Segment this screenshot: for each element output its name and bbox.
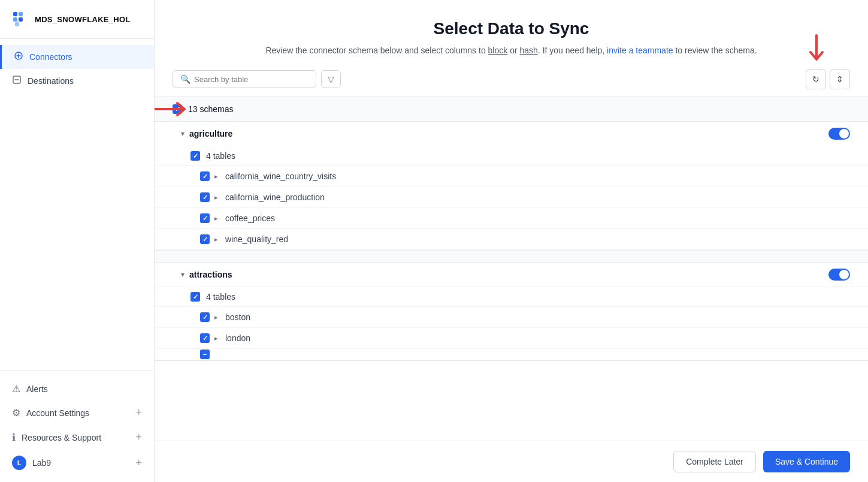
connectors-icon xyxy=(14,51,23,63)
london-chevron[interactable]: ▸ xyxy=(214,335,218,342)
wine-quality-red-chevron[interactable]: ▸ xyxy=(214,236,218,243)
table-row: ▸ wine_quality_red xyxy=(155,229,868,250)
coffee-prices-chevron[interactable]: ▸ xyxy=(214,215,218,222)
table-row: ▸ california_wine_production xyxy=(155,187,868,208)
sidebar-item-lab9-label: Lab9 xyxy=(32,458,51,468)
boston-checkbox[interactable] xyxy=(200,312,210,322)
california-wine-production-checkbox[interactable] xyxy=(200,192,210,202)
refresh-icon: ↻ xyxy=(812,74,819,84)
svg-rect-1 xyxy=(19,12,23,16)
sidebar-item-lab9[interactable]: L Lab9 + xyxy=(0,450,154,476)
schema-section-attractions: ▾ attractions 4 tables ▸ boston ▸ london xyxy=(155,263,868,361)
sidebar-item-destinations-label: Destinations xyxy=(28,76,74,86)
agriculture-tables-count: 4 tables xyxy=(206,151,235,161)
page-title: Select Data to Sync xyxy=(179,19,844,38)
attractions-schema-name: attractions xyxy=(189,270,828,279)
sidebar-item-alerts-label: Alerts xyxy=(26,384,48,394)
columns-icon: ⇕ xyxy=(836,74,843,84)
subtitle-prefix: Review the connector schema below and se… xyxy=(265,46,488,55)
agriculture-toggle[interactable] xyxy=(828,128,850,140)
agriculture-chevron[interactable]: ▾ xyxy=(181,129,185,138)
table-row: ▸ boston xyxy=(155,307,868,328)
sidebar-item-alerts[interactable]: ⚠ Alerts xyxy=(0,377,154,400)
svg-rect-0 xyxy=(13,12,17,16)
agriculture-tables-checkbox[interactable] xyxy=(190,151,200,161)
california-wine-production-name: california_wine_production xyxy=(225,192,325,202)
agriculture-tables-row: 4 tables xyxy=(155,146,868,166)
attractions-chevron[interactable]: ▾ xyxy=(181,270,185,279)
subtitle-or: or xyxy=(507,46,519,55)
lab9-plus-icon: + xyxy=(135,457,142,469)
wine-quality-red-name: wine_quality_red xyxy=(225,234,288,244)
complete-later-button[interactable]: Complete Later xyxy=(673,451,756,472)
main-content: Select Data to Sync Review the connector… xyxy=(155,0,868,482)
california-wine-production-chevron[interactable]: ▸ xyxy=(214,194,218,201)
agriculture-schema-name: agriculture xyxy=(189,129,828,138)
partial-checkbox[interactable] xyxy=(200,350,210,359)
workspace-name: MDS_SNOWFLAKE_HOL xyxy=(35,15,131,24)
schemas-header: 13 schemas xyxy=(155,97,868,122)
table-row: ▸ california_wine_country_visits xyxy=(155,166,868,187)
sidebar-item-account-settings[interactable]: ⚙ Account Settings + xyxy=(0,400,154,425)
california-wine-country-checkbox[interactable] xyxy=(200,171,210,181)
attractions-tables-count: 4 tables xyxy=(206,292,235,302)
subtitle-mid: . If you need help, xyxy=(538,46,607,55)
columns-toggle-button[interactable]: ⇕ xyxy=(830,69,850,89)
table-row xyxy=(155,349,868,360)
schema-header-agriculture: ▾ agriculture xyxy=(155,122,868,146)
sidebar-item-destinations[interactable]: Destinations xyxy=(0,69,154,93)
sidebar-item-connectors-label: Connectors xyxy=(29,52,72,62)
schema-section-agriculture: ▾ agriculture 4 tables ▸ california_wine… xyxy=(155,122,868,251)
sidebar-item-account-settings-label: Account Settings xyxy=(26,408,89,418)
filter-button[interactable]: ▽ xyxy=(321,70,341,88)
attractions-tables-checkbox[interactable] xyxy=(190,292,200,302)
destinations-icon xyxy=(12,75,22,87)
svg-rect-2 xyxy=(13,17,17,22)
sidebar-bottom: ⚠ Alerts ⚙ Account Settings + ℹ Resource… xyxy=(0,370,154,482)
arrow-indicator-top xyxy=(805,34,828,70)
sidebar-item-resources-support[interactable]: ℹ Resources & Support + xyxy=(0,425,154,450)
table-row: ▸ london xyxy=(155,328,868,349)
boston-name: boston xyxy=(225,312,250,322)
attractions-toggle[interactable] xyxy=(828,269,850,281)
london-checkbox[interactable] xyxy=(200,333,210,343)
alert-icon: ⚠ xyxy=(12,383,20,394)
coffee-prices-name: coffee_prices xyxy=(225,213,275,223)
toolbar-right: ↻ ⇕ xyxy=(806,69,850,89)
arrow-indicator-left xyxy=(155,100,196,118)
boston-chevron[interactable]: ▸ xyxy=(214,314,218,321)
invite-teammate-link[interactable]: invite a teammate xyxy=(607,46,673,55)
sidebar: MDS_SNOWFLAKE_HOL Connectors Destination… xyxy=(0,0,155,482)
wine-quality-red-checkbox[interactable] xyxy=(200,234,210,244)
svg-rect-4 xyxy=(15,22,19,26)
page-header: Select Data to Sync Review the connector… xyxy=(155,0,868,69)
sidebar-nav: Connectors Destinations xyxy=(0,39,154,370)
subtitle-hash: hash xyxy=(520,46,538,55)
search-box[interactable]: 🔍 xyxy=(173,70,316,88)
account-settings-plus-icon: + xyxy=(135,406,142,419)
search-icon: 🔍 xyxy=(180,74,190,84)
toolbar: 🔍 ▽ ↻ ⇕ xyxy=(155,69,868,97)
california-wine-country-chevron[interactable]: ▸ xyxy=(214,173,218,180)
sidebar-item-connectors[interactable]: Connectors xyxy=(0,45,154,69)
london-name: london xyxy=(225,333,250,343)
resources-plus-icon: + xyxy=(135,431,142,444)
attractions-tables-row: 4 tables xyxy=(155,287,868,307)
info-icon: ℹ xyxy=(12,432,16,443)
gear-icon: ⚙ xyxy=(12,407,20,418)
subtitle-suffix: to review the schema. xyxy=(673,46,757,55)
footer: Complete Later Save & Continue xyxy=(155,441,868,482)
svg-rect-3 xyxy=(19,17,23,22)
schema-header-attractions: ▾ attractions xyxy=(155,263,868,287)
california-wine-country-name: california_wine_country_visits xyxy=(225,171,336,181)
page-subtitle: Review the connector schema below and se… xyxy=(179,44,844,57)
sidebar-logo: MDS_SNOWFLAKE_HOL xyxy=(0,0,154,39)
coffee-prices-checkbox[interactable] xyxy=(200,213,210,223)
search-input[interactable] xyxy=(194,75,309,84)
avatar: L xyxy=(12,456,26,470)
sidebar-item-resources-label: Resources & Support xyxy=(22,433,101,442)
save-continue-button[interactable]: Save & Continue xyxy=(763,451,850,472)
logo-icon xyxy=(12,11,29,28)
content-area: 13 schemas ▾ agriculture 4 tables ▸ cali… xyxy=(155,97,868,441)
refresh-button[interactable]: ↻ xyxy=(806,69,826,89)
